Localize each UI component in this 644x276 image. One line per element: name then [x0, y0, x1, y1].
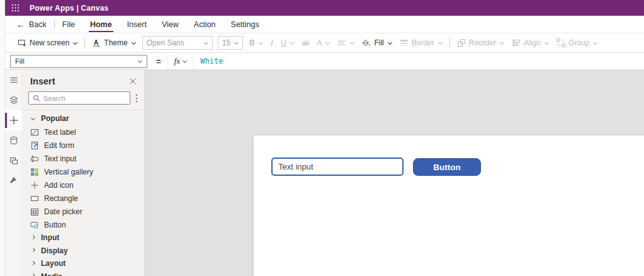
bold-button[interactable]: B	[246, 33, 267, 52]
fx-button[interactable]: fx	[167, 53, 195, 69]
font-family-dropdown[interactable]: Open Sans	[142, 36, 213, 50]
search-box	[28, 91, 130, 105]
chevron-down-icon	[438, 40, 443, 44]
content-area: Insert Popular	[5, 70, 644, 276]
insert-item-edit-form[interactable]: Edit form	[22, 139, 144, 152]
chevron-down-icon	[545, 40, 549, 44]
font-color-button[interactable]: A	[313, 33, 334, 52]
theme-icon: A	[92, 38, 101, 47]
rail-media-icon[interactable]	[5, 151, 22, 171]
rail-hamburger-menu-icon[interactable]	[5, 70, 22, 90]
back-arrow-icon: ←	[16, 20, 25, 29]
rail-tree-view-icon[interactable]	[5, 90, 22, 110]
rail-advanced-tools-icon[interactable]	[5, 171, 22, 191]
app-title: Power Apps | Canvas	[30, 4, 108, 13]
svg-text:A: A	[94, 39, 98, 46]
insert-item-date-picker[interactable]: Date picker	[22, 205, 144, 218]
waffle-menu-icon[interactable]	[8, 0, 23, 16]
category-display[interactable]: Display	[22, 244, 144, 258]
chevron-down-icon	[234, 40, 239, 44]
group-button[interactable]: Group	[553, 33, 601, 52]
chevron-down-icon	[593, 40, 597, 44]
strikethrough-button[interactable]: ab	[298, 33, 313, 52]
toolbar-divider	[84, 37, 85, 49]
menu-item-file[interactable]: File	[55, 16, 82, 33]
insert-item-rectangle[interactable]: Rectangle	[22, 192, 144, 205]
group-icon	[556, 38, 565, 47]
menu-item-view[interactable]: View	[154, 16, 186, 33]
border-button[interactable]: Border	[396, 33, 446, 52]
text-align-icon	[337, 38, 346, 47]
insert-list: Popular Text label Edit form Text input	[22, 110, 144, 276]
underline-button[interactable]: U	[277, 33, 298, 52]
chevron-down-icon	[132, 40, 136, 44]
menu-item-action[interactable]: Action	[186, 16, 223, 33]
category-layout[interactable]: Layout	[22, 257, 144, 270]
menu-bar: ← Back File Home Insert View Action Sett…	[5, 16, 644, 33]
add-plus-icon	[30, 181, 39, 190]
reorder-icon	[457, 38, 466, 47]
ribbon-toolbar: New screen A Theme Open Sans 15 B I U ab…	[5, 33, 644, 53]
new-screen-button[interactable]: New screen	[14, 33, 81, 52]
chevron-down-icon	[138, 58, 142, 62]
text-input-icon	[30, 154, 39, 163]
chevron-down-icon	[73, 40, 77, 44]
border-icon	[400, 38, 409, 47]
font-size-dropdown[interactable]: 15	[218, 36, 243, 50]
chevron-right-icon	[31, 273, 35, 276]
chevron-down-icon	[500, 40, 504, 44]
rectangle-icon	[30, 194, 39, 203]
app-screen-artboard: Button	[254, 135, 644, 276]
reorder-button[interactable]: Reorder	[453, 33, 508, 52]
edit-form-icon	[30, 141, 39, 150]
align-button[interactable]: Align	[508, 33, 553, 52]
insert-item-text-label[interactable]: Text label	[22, 125, 144, 139]
fx-icon: fx	[174, 56, 181, 66]
chevron-down-icon	[204, 40, 208, 44]
category-input[interactable]: Input	[22, 231, 144, 244]
search-icon	[33, 95, 40, 102]
back-label: Back	[29, 20, 47, 29]
toolbar-divider	[449, 37, 450, 49]
back-button[interactable]: ← Back	[5, 20, 54, 29]
insert-item-text-input[interactable]: Text input	[22, 152, 144, 165]
chevron-down-icon	[388, 40, 392, 44]
chevron-down-icon	[259, 40, 263, 44]
chevron-right-icon	[31, 235, 35, 239]
menu-item-insert[interactable]: Insert	[120, 16, 154, 33]
rail-insert-icon[interactable]	[5, 110, 22, 130]
align-objects-icon	[512, 38, 521, 47]
chevron-down-icon	[31, 115, 35, 120]
section-popular[interactable]: Popular	[22, 112, 144, 125]
chevron-down-icon	[183, 58, 187, 62]
chevron-down-icon	[325, 40, 330, 44]
equals-sign: =	[156, 57, 161, 66]
insert-panel-title: Insert	[30, 76, 55, 86]
fill-button[interactable]: Fill	[358, 33, 395, 52]
property-dropdown[interactable]: Fill	[10, 55, 147, 68]
formula-input[interactable]: White	[200, 57, 223, 66]
theme-button[interactable]: A Theme	[88, 33, 139, 52]
insert-panel: Insert Popular	[22, 70, 145, 276]
canvas-area: Button	[145, 70, 644, 276]
chevron-right-icon	[31, 261, 35, 265]
button-icon	[30, 221, 39, 229]
category-media[interactable]: Media	[22, 270, 144, 276]
menu-item-home[interactable]: Home	[82, 16, 120, 33]
close-icon[interactable]	[129, 78, 137, 85]
italic-button[interactable]: I	[267, 33, 277, 52]
canvas-text-input-control[interactable]	[271, 158, 404, 176]
rail-data-icon[interactable]	[5, 130, 22, 151]
insert-item-vertical-gallery[interactable]: Vertical gallery	[22, 165, 144, 178]
property-selected: Fill	[15, 57, 25, 65]
search-input[interactable]	[43, 95, 126, 102]
more-options-icon[interactable]	[134, 93, 139, 104]
canvas-button-control[interactable]: Button	[413, 158, 481, 176]
insert-item-button[interactable]: Button	[22, 218, 144, 231]
menu-item-settings[interactable]: Settings	[223, 16, 267, 33]
chevron-down-icon	[350, 40, 354, 44]
text-align-button[interactable]	[334, 33, 358, 52]
formula-bar: Fill = fx White	[5, 53, 644, 70]
insert-item-add-icon[interactable]: Add icon	[22, 178, 144, 192]
text-label-icon	[30, 128, 39, 137]
